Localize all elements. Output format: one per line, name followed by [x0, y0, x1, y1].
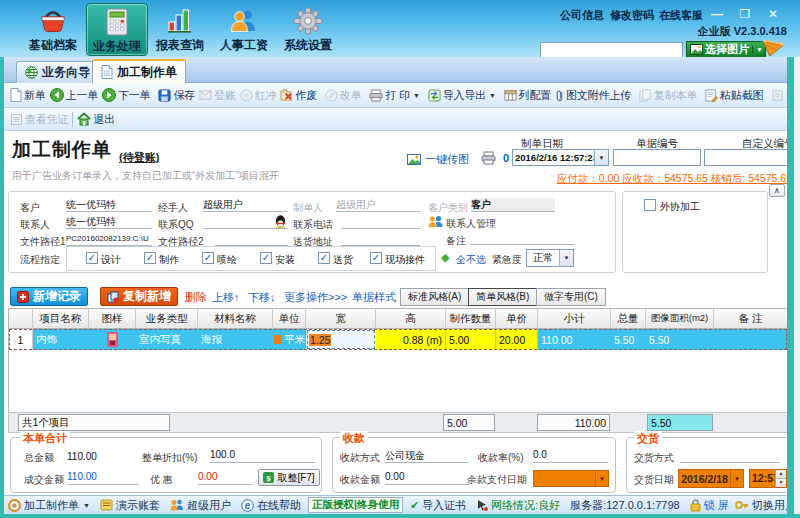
status-user[interactable]: 超级用户 [167, 498, 234, 513]
process-make-checkbox[interactable]: ✓ [144, 252, 156, 264]
order-no-input[interactable] [613, 149, 701, 166]
contact-field[interactable]: 统一优玛特 [66, 215, 152, 229]
next-order-button[interactable]: 下一单 [100, 86, 152, 105]
cone-icon[interactable] [761, 38, 786, 58]
check-icon: ✔ [410, 499, 419, 512]
online-support-link[interactable]: 在线客服 [659, 8, 703, 23]
window-maximize-button[interactable]: ❒ [735, 7, 755, 21]
status-account[interactable]: 演示账套 [97, 498, 163, 513]
window-minimize-button[interactable]: — [707, 7, 727, 21]
process-deliver-checkbox[interactable]: ✓ [318, 252, 330, 264]
width-cell-editing[interactable]: 1.25 [306, 329, 376, 350]
process-onsite-checkbox[interactable]: ✓ [370, 252, 382, 264]
nav-hr-payroll[interactable]: 人事工资 [213, 3, 275, 56]
subtotal-total-box: 110.00 [537, 414, 610, 431]
phone-field[interactable] [341, 215, 420, 229]
save-button[interactable]: 保存 [156, 86, 197, 105]
totals-legend: 本单合计 [20, 431, 70, 446]
style-standard-button[interactable]: 标准风格(A) [400, 288, 469, 306]
payment-rate-field[interactable]: 0.0 [533, 449, 608, 463]
copy-order-button[interactable]: 复制本单 [637, 86, 699, 105]
nav-system-settings[interactable]: 系统设置 [277, 3, 339, 56]
exit-button[interactable]: 退出 [75, 110, 117, 129]
due-date-combo[interactable]: ▼ [533, 470, 609, 487]
import-export-button[interactable]: 导入导出▼ [426, 86, 498, 105]
nav-basic-archives[interactable]: 基础档案 [22, 3, 84, 56]
collapse-button[interactable]: ∧ [769, 184, 785, 197]
row-thumbnail-cell [89, 329, 136, 350]
delivery-method-field[interactable] [680, 449, 780, 463]
file-path1-field[interactable]: PC201602082139:C:\U [66, 232, 152, 246]
previous-order-button[interactable]: 上一单 [48, 86, 100, 105]
customer-field[interactable]: 统一优玛特 [66, 198, 152, 212]
dropdown-arrow-icon[interactable]: ▼ [594, 150, 608, 165]
pending-post-link[interactable]: (待登账) [119, 150, 159, 165]
modify-order-button[interactable]: 改单 [323, 86, 364, 105]
attachment-upload-button[interactable]: 图文附件上传 [553, 86, 633, 105]
nav-business-processing[interactable]: 业务处理 [86, 3, 148, 56]
qq-icon[interactable] [275, 215, 286, 228]
pick-image-button[interactable]: 选择图片 ▼ [686, 41, 766, 58]
reverse-entry-button[interactable]: 红冲 [238, 86, 279, 105]
cursor-icon [476, 499, 488, 511]
print-button[interactable]: 打 印▼ [367, 86, 421, 105]
bar-chart-icon [165, 7, 195, 35]
discount-field[interactable]: 100.0 [210, 449, 315, 463]
note-field[interactable] [470, 231, 574, 245]
select-none-link[interactable]: 全不选 [456, 253, 486, 267]
address-field[interactable] [341, 232, 420, 246]
process-design-checkbox[interactable]: ✓ [86, 252, 98, 264]
style-simple-button[interactable]: 简单风格(B) [468, 288, 537, 306]
round-button[interactable]: $ 取整[F7] [258, 469, 320, 486]
company-info-link[interactable]: 公司信息 [560, 8, 604, 23]
image-path-input[interactable] [540, 42, 683, 58]
status-bar: 加工制作单▼ 演示账套 超级用户 e 在线帮助 正版授权|终身使用 ✔ 导入证书 [0, 495, 800, 514]
make-date-combo[interactable]: 2016/2/16 12:57:23 ▼ [512, 149, 609, 166]
outsource-checkbox[interactable] [644, 199, 656, 211]
status-help[interactable]: e 在线帮助 [238, 498, 304, 513]
custom-no-input[interactable] [704, 149, 790, 166]
discount-off-field[interactable]: 0.00 [198, 471, 253, 485]
status-import-cert[interactable]: ✔ 导入证书 [407, 498, 469, 513]
process-spray-checkbox[interactable]: ✓ [202, 252, 214, 264]
payment-method-field[interactable]: 公司现金 [385, 449, 469, 463]
column-config-button[interactable]: 列配置 [502, 86, 553, 105]
process-install-checkbox[interactable]: ✓ [260, 252, 272, 264]
add-record-button[interactable]: 新增记录 [10, 287, 88, 306]
move-up-link[interactable]: 上移↑ [212, 290, 240, 305]
deal-amount-field[interactable]: 110.00 [67, 471, 139, 485]
change-password-link[interactable]: 修改密码 [610, 8, 654, 23]
one-key-image-link[interactable]: 一键传图 [407, 152, 469, 167]
table-row[interactable]: 1 内饰 室内写真 海报 平米 1.25 0.88 (m) 5.00 20.00… [9, 329, 787, 350]
style-text-button[interactable]: 做字专用(C) [536, 288, 606, 306]
dropdown-arrow-icon[interactable]: ▼ [559, 250, 573, 266]
status-doc-type[interactable]: 加工制作单▼ [5, 498, 93, 513]
doc-style-link[interactable]: 单据样式 [352, 290, 396, 305]
window-close-button[interactable]: ✕ [763, 7, 783, 21]
post-account-button[interactable]: 登账 [197, 86, 238, 105]
more-operations-link[interactable]: 更多操作>>> [284, 290, 347, 305]
delivery-time-spinner[interactable]: 12:57 ▲▼ [749, 469, 787, 488]
nav-report-query[interactable]: 报表查询 [149, 3, 211, 56]
paste-screenshot-button[interactable]: 粘贴截图 [703, 86, 765, 105]
tab-business-wizard[interactable]: 业务向导 [16, 61, 99, 83]
edition-version-label: 企业版 V2.3.0.418 [698, 24, 787, 39]
copy-add-button[interactable]: 复制新增 [100, 287, 178, 306]
delete-row-link[interactable]: 删除 [185, 290, 207, 305]
payment-amount-field[interactable]: 0.00 [385, 471, 469, 485]
delivery-date-combo[interactable]: 2016/2/18 ▼ [678, 469, 744, 488]
void-order-button[interactable]: 作废 [278, 86, 319, 105]
move-down-link[interactable]: 下移↓ [248, 290, 276, 305]
print-count-icon[interactable] [481, 151, 496, 165]
view-voucher-button[interactable]: 查看凭证 [8, 110, 70, 129]
tab-work-order[interactable]: 加工制作单 [92, 59, 186, 83]
new-order-button[interactable]: 新单 [8, 86, 48, 105]
urgency-combo[interactable]: 正常 ▼ [526, 249, 574, 267]
handler-field[interactable]: 超级用户 [203, 198, 288, 212]
dropdown-arrow-icon[interactable]: ▼ [595, 471, 608, 486]
dropdown-arrow-icon[interactable]: ▼ [730, 470, 743, 487]
lock-screen-button[interactable]: 锁 屏 [687, 498, 732, 513]
file-path2-field[interactable] [215, 232, 288, 246]
customer-type-label: 客户类别 [428, 201, 468, 215]
contact-manager-link[interactable]: 联系人管理 [446, 217, 496, 231]
